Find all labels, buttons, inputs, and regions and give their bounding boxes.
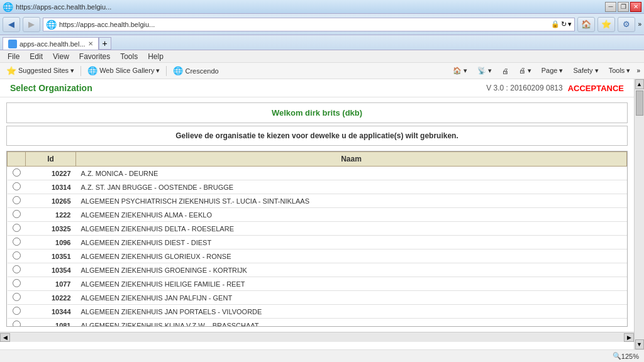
feeds-button[interactable]: 📡 ▾ [474, 65, 496, 76]
row-id: 10351 [26, 250, 76, 263]
content-main: Select Organization V 3.0 : 20160209 081… [0, 79, 634, 349]
menu-tools[interactable]: Tools [115, 51, 143, 62]
window-title: https://apps-acc.health.belgiu... [16, 3, 111, 11]
welcome-box: Welkom dirk brits (dkb) [6, 102, 628, 123]
suggested-sites[interactable]: ⭐ Suggested Sites ▾ [4, 65, 77, 77]
row-name: ALGEMEEN ZIEKENHUIS GROENINGE - KORTRIJK [76, 263, 627, 277]
row-radio[interactable] [8, 263, 26, 277]
row-name: ALGEMEEN ZIEKENHUIS JAN PORTAELS - VILVO… [76, 305, 627, 319]
row-radio[interactable] [8, 208, 26, 222]
safety-button[interactable]: Safety ▾ [569, 65, 602, 76]
menu-file[interactable]: File [3, 51, 25, 62]
row-radio[interactable] [8, 305, 26, 319]
row-radio[interactable] [8, 167, 26, 180]
col-header-id[interactable]: Id [26, 152, 76, 167]
instruction-text: Gelieve de organisatie te kiezen voor de… [175, 131, 458, 140]
table-row[interactable]: 10227A.Z. MONICA - DEURNE [8, 167, 627, 180]
version-text: V 3.0 : 20160209 0813 [486, 84, 562, 92]
web-slice-gallery[interactable]: 🌐 Web Slice Gallery ▾ [85, 65, 162, 77]
row-id: 1077 [26, 277, 76, 291]
new-tab-button[interactable]: + [99, 37, 111, 50]
header-right: V 3.0 : 20160209 0813 ACCEPTANCE [486, 84, 624, 93]
scroll-thumb[interactable] [636, 90, 643, 116]
refresh-icon[interactable]: ↻ [561, 20, 567, 28]
scroll-down-button[interactable]: ▼ [635, 339, 644, 349]
row-id: 10227 [26, 167, 76, 180]
page-button[interactable]: Page ▾ [538, 65, 567, 76]
minimize-button[interactable]: ─ [605, 2, 616, 12]
table-row[interactable]: 10325ALGEMEEN ZIEKENHUIS DELTA - ROESELA… [8, 222, 627, 236]
table-row[interactable]: 1222ALGEMEEN ZIEKENHUIS ALMA - EEKLO [8, 208, 627, 222]
restore-button[interactable]: ❐ [618, 2, 629, 12]
back-button[interactable]: ◀ [3, 17, 20, 32]
scroll-left-button[interactable]: ◀ [0, 333, 10, 342]
table-row[interactable]: 1081ALGEMEEN ZIEKENHUIS KLINA V.Z.W. - B… [8, 319, 627, 327]
print2-button[interactable]: 🖨 ▾ [515, 65, 535, 76]
row-name: ALGEMEEN ZIEKENHUIS JAN PALFIJN - GENT [76, 291, 627, 305]
row-radio[interactable] [8, 319, 26, 327]
table-row[interactable]: 10314A.Z. ST. JAN BRUGGE - OOSTENDE - BR… [8, 180, 627, 194]
right-scrollbar[interactable]: ▲ ▼ [634, 79, 644, 349]
menu-favorites[interactable]: Favorites [74, 51, 115, 62]
home-button[interactable]: 🏠 [577, 17, 595, 32]
row-name: ALGEMEEN ZIEKENHUIS HEILIGE FAMILIE - RE… [76, 277, 627, 291]
tab-bar: apps-acc.health.bel... ✕ + [0, 35, 644, 50]
forward-button[interactable]: ▶ [23, 17, 40, 32]
active-tab[interactable]: apps-acc.health.bel... ✕ [3, 37, 99, 50]
tab-close-icon[interactable]: ✕ [88, 40, 93, 47]
row-id: 10265 [26, 194, 76, 208]
row-id: 1222 [26, 208, 76, 222]
row-radio[interactable] [8, 236, 26, 250]
title-bar-controls: ─ ❐ ✕ [605, 2, 641, 12]
web-slice-gallery-label: Web Slice Gallery ▾ [99, 67, 160, 75]
crescendo[interactable]: 🌐 Crescendo [170, 65, 221, 77]
favorites-bar: ⭐ Suggested Sites ▾ 🌐 Web Slice Gallery … [0, 63, 644, 79]
table-row[interactable]: 10351ALGEMEEN ZIEKENHUIS GLORIEUX - RONS… [8, 250, 627, 263]
browser-content: Select Organization V 3.0 : 20160209 081… [0, 79, 644, 349]
row-radio[interactable] [8, 291, 26, 305]
bottom-scrollbar[interactable]: ◀ ▶ [0, 332, 634, 342]
status-bar: 🔍 125% [0, 349, 644, 362]
expand-icon[interactable]: » [638, 21, 641, 28]
fav-separator-1 [80, 66, 81, 76]
table-row[interactable]: 10354ALGEMEEN ZIEKENHUIS GROENINGE - KOR… [8, 263, 627, 277]
crescendo-label: Crescendo [185, 67, 218, 75]
close-button[interactable]: ✕ [630, 2, 641, 12]
favorites-button[interactable]: ⭐ [597, 17, 615, 32]
horizontal-scroll-track[interactable] [10, 334, 624, 341]
row-id: 10325 [26, 222, 76, 236]
fav-separator-2 [166, 66, 167, 76]
scroll-up-button[interactable]: ▲ [635, 79, 644, 89]
menu-edit[interactable]: Edit [25, 51, 48, 62]
print-button[interactable]: 🖨 [498, 66, 513, 76]
row-id: 10314 [26, 180, 76, 194]
row-radio[interactable] [8, 277, 26, 291]
toolbar-right: 🏠 ▾ 📡 ▾ 🖨 🖨 ▾ Page ▾ Safety ▾ Tools ▾ » [449, 65, 641, 76]
table-row[interactable]: 1096ALGEMEEN ZIEKENHUIS DIEST - DIEST [8, 236, 627, 250]
toolbar-expand-icon[interactable]: » [636, 67, 640, 74]
menu-help[interactable]: Help [143, 51, 169, 62]
address-input-container[interactable]: 🌐 https://apps-acc.health.belgiu... 🔒 ↻ … [43, 18, 575, 31]
table-header-row: Id Naam [8, 152, 627, 167]
row-id: 10354 [26, 263, 76, 277]
row-radio[interactable] [8, 180, 26, 194]
tools-button[interactable]: Tools ▾ [605, 65, 635, 76]
dropdown-icon[interactable]: ▾ [568, 20, 572, 28]
col-header-naam[interactable]: Naam [76, 152, 627, 167]
row-radio[interactable] [8, 250, 26, 263]
welcome-message: Welkom dirk brits (dkb) [272, 108, 362, 118]
row-radio[interactable] [8, 222, 26, 236]
table-row[interactable]: 1077ALGEMEEN ZIEKENHUIS HEILIGE FAMILIE … [8, 277, 627, 291]
row-id: 10222 [26, 291, 76, 305]
settings-button[interactable]: ⚙ [618, 17, 635, 32]
table-row[interactable]: 10265ALGEMEEN PSYCHIATRISCH ZIEKENHUIS S… [8, 194, 627, 208]
home-toolbar-button[interactable]: 🏠 ▾ [449, 65, 471, 76]
scroll-right-button[interactable]: ▶ [624, 333, 634, 342]
row-radio[interactable] [8, 194, 26, 208]
table-row[interactable]: 10222ALGEMEEN ZIEKENHUIS JAN PALFIJN - G… [8, 291, 627, 305]
col-header-radio [8, 152, 26, 167]
menu-view[interactable]: View [48, 51, 74, 62]
row-name: A.Z. ST. JAN BRUGGE - OOSTENDE - BRUGGE [76, 180, 627, 194]
table-row[interactable]: 10344ALGEMEEN ZIEKENHUIS JAN PORTAELS - … [8, 305, 627, 319]
row-name: ALGEMEEN PSYCHIATRISCH ZIEKENHUIS ST.- L… [76, 194, 627, 208]
